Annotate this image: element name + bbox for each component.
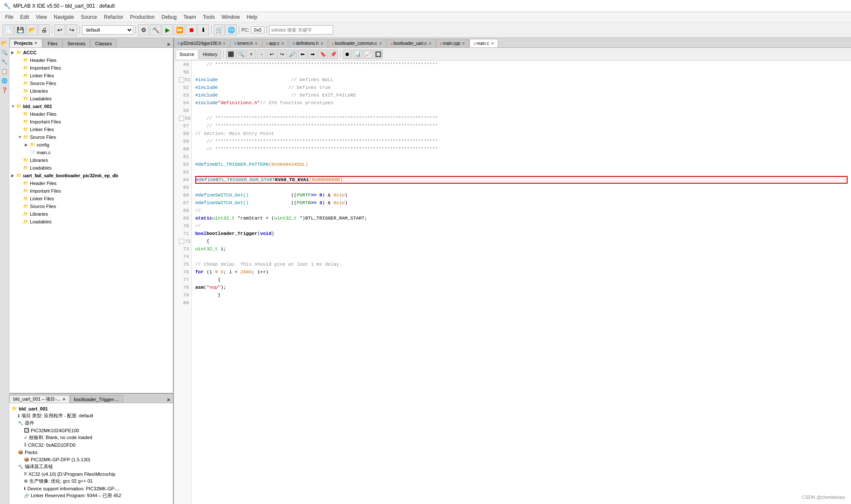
bottom-tab-0[interactable]: bld_uart_001 – 项目-...✕ <box>9 395 70 403</box>
save-btn[interactable]: 💾 <box>15 24 26 35</box>
side-icon-0[interactable]: 📂 <box>1 39 9 47</box>
tree-expand-icon[interactable]: ▼ <box>11 104 15 108</box>
configure-btn[interactable]: ⚙ <box>138 24 149 35</box>
tree-node-12[interactable]: ▶📁config <box>9 141 173 149</box>
editor-tab-bootloader-uart-c[interactable]: cbootloader_uart.c✕ <box>387 39 436 47</box>
bottom-tree-node-5[interactable]: 3CRC32: 0xAED1DFD0 <box>11 441 171 448</box>
toolbar-icon-2[interactable]: 🔍 <box>236 50 246 59</box>
editor-tab-main-c[interactable]: cmain.c✕ <box>470 39 498 47</box>
toolbar-icon-15[interactable]: 🔲 <box>373 50 383 59</box>
tab-close-btn[interactable]: ✕ <box>379 41 382 46</box>
tree-node-11[interactable]: ▼📁Source Files <box>9 133 173 141</box>
bottom-tree-node-12[interactable]: 🔗Linker Reserved Program: 9344 – 已用 452 <box>11 492 171 499</box>
tree-node-10[interactable]: 📁Linker Files <box>9 126 173 133</box>
editor-tab-definitions-h[interactable]: hdefinitions.h✕ <box>289 39 328 47</box>
tree-node-3[interactable]: 📁Linker Files <box>9 72 173 79</box>
menu-item-file[interactable]: File <box>2 13 17 21</box>
toolbar-icon-4[interactable]: - <box>257 50 266 59</box>
tree-node-0[interactable]: ▶📁ACCC <box>9 49 173 56</box>
tree-node-20[interactable]: 📁Source Files <box>9 202 173 210</box>
tree-expand-icon[interactable]: ▶ <box>25 143 29 147</box>
tree-node-8[interactable]: 📁Header Files <box>9 110 173 118</box>
collapse-btn-51[interactable]: − <box>179 77 184 82</box>
tree-expand-icon[interactable]: ▶ <box>11 173 15 178</box>
menu-item-help[interactable]: Help <box>243 13 261 21</box>
bottom-panel-close[interactable]: ✕ <box>165 397 172 403</box>
tree-node-17[interactable]: 📁Header Files <box>9 179 173 187</box>
world-btn[interactable]: 🌐 <box>226 24 237 35</box>
print-btn[interactable]: 🖨 <box>38 24 50 35</box>
bottom-tree-node-9[interactable]: XXC32 (v4.10) [D:\Program Files\Microchi… <box>11 470 171 478</box>
project-tree[interactable]: ▶📁ACCC📁Header Files📁Important Files📁Link… <box>9 48 173 393</box>
cart-btn[interactable]: 🛒 <box>214 24 225 35</box>
bottom-tree-node-3[interactable]: 🔲PIC32MK1024GPE100 <box>11 427 171 434</box>
tree-node-4[interactable]: 📁Source Files <box>9 79 173 87</box>
tree-node-9[interactable]: 📁Important Files <box>9 118 173 126</box>
redo-btn[interactable]: ↪ <box>66 24 77 35</box>
source-tab-btn[interactable]: Source <box>176 50 198 59</box>
history-tab-btn[interactable]: History <box>199 50 221 59</box>
toolbar-icon-13[interactable]: 📊 <box>353 50 362 59</box>
toolbar-icon-5[interactable]: ↩ <box>267 50 276 59</box>
tree-node-7[interactable]: ▼📁bld_uart_001 <box>9 103 173 110</box>
toolbar-icon-14[interactable]: 📈 <box>363 50 373 59</box>
menu-item-edit[interactable]: Edit <box>17 13 32 21</box>
tab-close-btn[interactable]: ✕ <box>428 41 432 46</box>
tab-close[interactable]: ✕ <box>34 41 38 45</box>
toolbar-icon-10[interactable]: 🔖 <box>318 50 328 59</box>
bottom-tree-node-6[interactable]: 📦Packs <box>11 448 171 456</box>
editor-tab-main-cpp[interactable]: cmain.cpp✕ <box>436 39 470 47</box>
stop-btn[interactable]: ⏹ <box>186 24 197 35</box>
bottom-tree-node-0[interactable]: 📁bld_uart_001 <box>11 405 171 412</box>
menu-item-view[interactable]: View <box>32 13 50 21</box>
toolbar-icon-9[interactable]: ➡ <box>308 50 317 59</box>
bottom-tab-close[interactable]: ✕ <box>62 397 66 401</box>
menu-item-refactor[interactable]: Refactor <box>100 13 126 21</box>
toolbar-icon-8[interactable]: ⬅ <box>298 50 307 59</box>
tree-expand-icon[interactable]: ▶ <box>11 50 15 55</box>
tree-node-14[interactable]: 📁Libraries <box>9 156 173 164</box>
project-tab-files[interactable]: Files <box>43 39 62 47</box>
project-tab-services[interactable]: Services <box>63 39 90 47</box>
project-tab-classes[interactable]: Classes <box>91 39 117 47</box>
bottom-tab-1[interactable]: bootloader_Trigger-... <box>70 395 123 403</box>
tab-close-btn[interactable]: ✕ <box>281 41 285 46</box>
tree-node-22[interactable]: 📁Loadables <box>9 218 173 226</box>
tree-node-2[interactable]: 📁Important Files <box>9 64 173 72</box>
search-input[interactable] <box>269 25 333 35</box>
toolbar-icon-11[interactable]: 📌 <box>329 50 338 59</box>
tree-node-13[interactable]: 📄main.c <box>9 149 173 156</box>
side-icon-1[interactable]: 🔍 <box>1 49 9 56</box>
bottom-tree-node-8[interactable]: 🔨编译器工具链 <box>11 463 171 470</box>
side-icon-3[interactable]: 📋 <box>1 67 9 75</box>
tree-node-15[interactable]: 📁Loadables <box>9 164 173 172</box>
editor-tab-p32mk1024gpe100-h[interactable]: hp32mk1024gpe100.h✕ <box>174 39 230 47</box>
bottom-content[interactable]: 📁bld_uart_001ℹ项目 类型: 应用程序 - 配置: default🔧… <box>9 403 173 504</box>
new-btn[interactable]: 📄 <box>3 24 14 35</box>
bottom-tree-node-10[interactable]: ⚙生产镜像: 优化: gcc 02 g++ 01 <box>11 478 171 485</box>
side-icon-2[interactable]: 🔧 <box>1 58 9 66</box>
editor-tab-bootloader-common-c[interactable]: cbootloader_common.c✕ <box>328 39 386 47</box>
config-dropdown[interactable]: default <box>82 25 133 35</box>
toolbar-icon-3[interactable]: + <box>246 50 256 59</box>
tree-node-18[interactable]: 📁Important Files <box>9 187 173 195</box>
tree-node-19[interactable]: 📁Linker Files <box>9 195 173 202</box>
tab-close-btn[interactable]: ✕ <box>255 41 258 46</box>
collapse-btn-72[interactable]: − <box>179 239 184 244</box>
toolbar-icon-6[interactable]: ↪ <box>277 50 287 59</box>
tab-close-btn[interactable]: ✕ <box>320 41 324 46</box>
toolbar-icon-1[interactable]: ⬛ <box>226 50 235 59</box>
undo-btn[interactable]: ↩ <box>54 24 65 35</box>
tree-node-1[interactable]: 📁Header Files <box>9 56 173 64</box>
debug-btn[interactable]: ⏩ <box>174 24 185 35</box>
menu-item-debug[interactable]: Debug <box>158 13 180 21</box>
toolbar-icon-7[interactable]: 🔎 <box>288 50 297 59</box>
menu-item-source[interactable]: Source <box>77 13 100 21</box>
step-btn[interactable]: ⬇ <box>198 24 209 35</box>
menu-item-production[interactable]: Production <box>127 13 158 21</box>
menu-item-team[interactable]: Team <box>180 13 199 21</box>
tree-node-6[interactable]: 📁Loadables <box>9 95 173 103</box>
bottom-tree-node-7[interactable]: 📦PIC32MK-GP-DFP (1.5.130) <box>11 456 171 463</box>
menu-item-tools[interactable]: Tools <box>200 13 218 21</box>
toolbar-icon-12[interactable]: ⏺ <box>343 50 352 59</box>
